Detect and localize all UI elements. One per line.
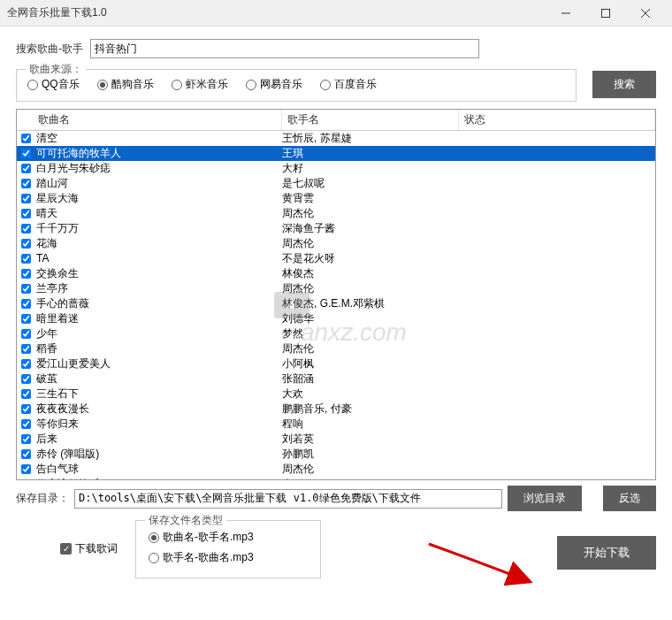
table-row[interactable]: 告白气球周杰伦	[17, 462, 655, 477]
cell-singer: 黄霄雲	[282, 191, 459, 206]
cell-singer: 周杰伦	[282, 462, 459, 477]
table-row[interactable]: 晴天周杰伦	[17, 206, 655, 221]
cell-song: 夜夜夜漫长	[34, 402, 282, 417]
source-radio-2[interactable]: 虾米音乐	[172, 77, 228, 92]
radio-icon	[149, 532, 159, 543]
row-checkbox[interactable]	[17, 269, 34, 279]
source-radio-1[interactable]: 酷狗音乐	[97, 77, 154, 92]
download-lyrics-checkbox[interactable]: ✓ 下载歌词	[60, 541, 118, 556]
row-checkbox[interactable]	[17, 404, 34, 414]
path-label: 保存目录：	[16, 491, 69, 506]
table-row[interactable]: 白月光与朱砂痣大籽	[17, 161, 655, 176]
search-input[interactable]	[90, 39, 479, 58]
maximize-button[interactable]	[585, 0, 625, 27]
table-row[interactable]: 兰亭序周杰伦	[17, 281, 655, 296]
radio-icon	[27, 80, 38, 90]
radio-icon	[149, 553, 159, 563]
row-checkbox[interactable]	[17, 164, 34, 173]
source-radio-0[interactable]: QQ音乐	[27, 77, 80, 92]
window-title: 全网音乐批量下载1.0	[7, 5, 546, 20]
col-singer[interactable]: 歌手名	[282, 110, 459, 130]
row-checkbox[interactable]	[17, 329, 34, 339]
row-checkbox[interactable]	[17, 419, 34, 429]
results-table: 歌曲名 歌手名 状态 清空王忻辰, 苏星婕可可托海的牧羊人王琪白月光与朱砂痣大籽…	[16, 109, 656, 480]
row-checkbox[interactable]	[17, 359, 34, 369]
row-checkbox[interactable]	[17, 314, 34, 324]
col-song[interactable]: 歌曲名	[17, 110, 282, 130]
cell-singer: 鹏鹏音乐, 付豪	[282, 402, 459, 417]
row-checkbox[interactable]	[17, 254, 34, 264]
cell-song: 清空	[34, 131, 282, 146]
filename-group: 保存文件名类型 歌曲名-歌手名.mp3歌手名-歌曲名.mp3	[135, 520, 321, 578]
table-body[interactable]: 清空王忻辰, 苏星婕可可托海的牧羊人王琪白月光与朱砂痣大籽踏山河是七叔呢星辰大海…	[17, 131, 655, 479]
row-checkbox[interactable]	[17, 464, 34, 474]
svg-rect-1	[601, 9, 609, 17]
table-row[interactable]: 暗里着迷刘德华	[17, 311, 655, 326]
row-checkbox[interactable]	[17, 179, 34, 188]
browse-button[interactable]: 浏览目录	[508, 486, 582, 511]
cell-song: 星辰大海	[34, 191, 282, 206]
close-button[interactable]	[625, 0, 665, 27]
table-row[interactable]: 稻香周杰伦	[17, 341, 655, 356]
col-status[interactable]: 状态	[459, 110, 655, 130]
cell-singer: 王琪	[282, 146, 459, 161]
table-row[interactable]: TA不是花火呀	[17, 251, 655, 266]
row-checkbox[interactable]	[17, 449, 34, 459]
table-row[interactable]: 你应该很快乐虎二	[17, 477, 655, 479]
cell-song: 少年	[34, 326, 282, 341]
path-input[interactable]	[74, 489, 502, 509]
table-row[interactable]: 后来刘若英	[17, 432, 655, 447]
cell-singer: 张韶涵	[282, 371, 459, 387]
filename-legend: 保存文件名类型	[145, 513, 226, 528]
cell-singer: 刘德华	[282, 311, 459, 326]
table-row[interactable]: 三生石下大欢	[17, 387, 655, 402]
row-checkbox[interactable]	[17, 209, 34, 218]
source-radio-3[interactable]: 网易音乐	[246, 77, 302, 92]
cell-singer: 刘若英	[282, 432, 459, 447]
check-icon: ✓	[60, 543, 72, 555]
row-checkbox[interactable]	[17, 134, 34, 143]
table-row[interactable]: 可可托海的牧羊人王琪	[17, 146, 655, 161]
fname-radio-1[interactable]: 歌手名-歌曲名.mp3	[149, 550, 308, 565]
table-row[interactable]: 等你归来程响	[17, 417, 655, 432]
radio-icon	[172, 80, 182, 90]
row-checkbox[interactable]	[17, 434, 34, 444]
source-radio-4[interactable]: 百度音乐	[320, 77, 377, 92]
radio-label: 歌手名-歌曲名.mp3	[163, 550, 254, 565]
table-row[interactable]: 交换余生林俊杰	[17, 266, 655, 281]
cell-song: 白月光与朱砂痣	[34, 161, 282, 176]
cell-song: 千千万万	[34, 221, 282, 236]
row-checkbox[interactable]	[17, 239, 34, 249]
search-button[interactable]: 搜索	[592, 71, 656, 98]
table-row[interactable]: 踏山河是七叔呢	[17, 176, 655, 191]
table-row[interactable]: 少年梦然	[17, 326, 655, 341]
table-row[interactable]: 花海周杰伦	[17, 236, 655, 251]
cell-song: 踏山河	[34, 176, 282, 191]
table-row[interactable]: 手心的蔷薇林俊杰, G.E.M.邓紫棋	[17, 296, 655, 311]
cell-song: 暗里着迷	[34, 311, 282, 326]
row-checkbox[interactable]	[17, 224, 34, 233]
table-row[interactable]: 爱江山更爱美人小阿枫	[17, 356, 655, 371]
row-checkbox[interactable]	[17, 284, 34, 294]
start-download-button[interactable]: 开始下载	[557, 536, 656, 570]
cell-song: TA	[34, 251, 282, 266]
row-checkbox[interactable]	[17, 299, 34, 309]
row-checkbox[interactable]	[17, 194, 34, 203]
cell-singer: 程响	[282, 417, 459, 432]
row-checkbox[interactable]	[17, 149, 34, 158]
invert-button[interactable]: 反选	[603, 486, 656, 511]
cell-singer: 林俊杰	[282, 266, 459, 281]
cell-singer: 虎二	[282, 477, 459, 479]
table-row[interactable]: 夜夜夜漫长鹏鹏音乐, 付豪	[17, 402, 655, 417]
table-row[interactable]: 千千万万深海鱼子酱	[17, 221, 655, 236]
minimize-button[interactable]	[546, 0, 585, 27]
row-checkbox[interactable]	[17, 389, 34, 399]
row-checkbox[interactable]	[17, 374, 34, 384]
table-row[interactable]: 破茧张韶涵	[17, 371, 655, 387]
row-checkbox[interactable]	[17, 344, 34, 354]
radio-label: 网易音乐	[260, 77, 302, 92]
table-row[interactable]: 星辰大海黄霄雲	[17, 191, 655, 206]
table-row[interactable]: 清空王忻辰, 苏星婕	[17, 131, 655, 146]
table-row[interactable]: 赤伶 (弹唱版)孙鹏凯	[17, 447, 655, 462]
fname-radio-0[interactable]: 歌曲名-歌手名.mp3	[149, 530, 308, 545]
